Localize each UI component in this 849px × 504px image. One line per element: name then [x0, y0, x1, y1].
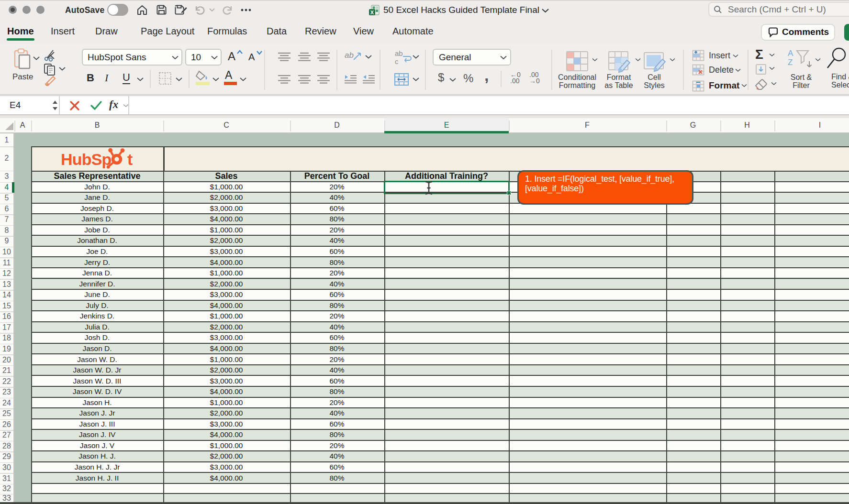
svg-text:X: X: [370, 10, 374, 15]
